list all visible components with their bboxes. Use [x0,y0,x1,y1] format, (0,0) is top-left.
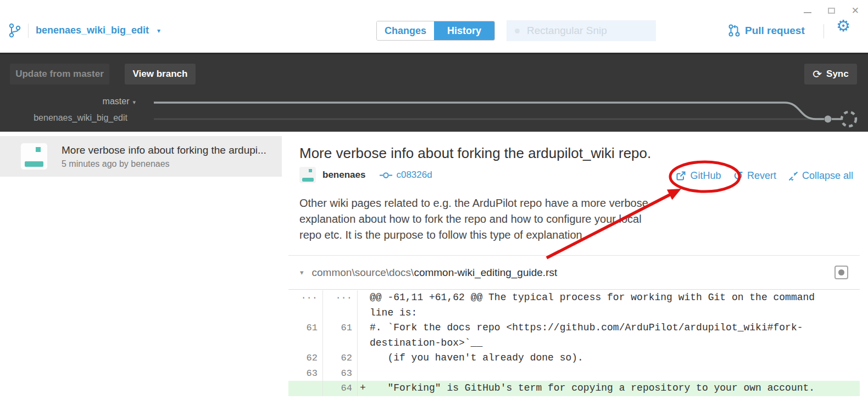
new-line-number: ··· [323,290,358,320]
branch-toolbar: Update from master View branch ⟳ Sync ma… [0,53,868,132]
revert-icon: ↺ [733,171,743,181]
snipping-tool-overlay: Rectangular Snip [507,20,656,41]
new-line-number: 61 [323,320,358,351]
commit-detail-pane: More verbose info about forking the ardu… [288,132,868,400]
diff-context-row: 61 61 #. `Fork the docs repo <https://gi… [288,320,860,351]
commit-actions: GitHub ↺ Revert Collapse a [676,170,853,182]
snip-overlay-label: Rectangular Snip [527,25,607,37]
collapse-icon [788,171,798,181]
view-branch-button[interactable]: View branch [125,64,196,84]
repo-name: benenaes_wiki_big_edit [36,25,149,36]
diff-line-text: (if you haven't already done so). [370,351,837,366]
content-area: More verbose info about forking the ardu… [0,132,868,400]
file-name: common-wiki_editing_guide.rst [414,267,557,278]
old-line-number: ··· [288,290,323,320]
diff-line-code: + "Forking" is GitHub's term for copying… [358,381,860,396]
branch-label-current: benenaes_wiki_big_edit [34,113,127,123]
avatar [21,143,47,170]
chevron-down-icon: ▾ [132,99,136,105]
description-line: repo etc. It is the purpose to follow th… [299,227,648,243]
collapse-all-button[interactable]: Collapse all [788,170,853,182]
diff-added-row: 64 + "Forking" is GitHub's term for copy… [288,381,860,396]
header-divider [28,24,29,38]
commit-meta-row: benenaes c08326d [299,167,432,183]
commit-icon [380,171,392,179]
old-line-number: 62 [288,351,323,366]
diff-line-code [358,366,860,381]
revert-button[interactable]: ↺ Revert [733,170,776,182]
header-divider [824,24,824,38]
commit-sha: c08326d [396,170,432,181]
repo-switcher[interactable]: benenaes_wiki_big_edit ▾ [9,23,160,38]
chevron-down-icon: ▾ [157,27,160,35]
description-line: explanation about how to fork the repo a… [299,211,648,227]
diff-hunk-row: ··· ··· @@ -61,11 +61,62 @@ The typical … [288,290,860,320]
maximize-icon[interactable] [828,8,835,14]
old-line-number: 61 [288,320,323,351]
pull-request-label: Pull request [745,25,805,37]
snip-dot-icon [515,29,520,33]
close-icon[interactable]: ✕ [852,6,859,15]
diff-line-code: #. `Fork the docs repo <https://github.c… [358,320,860,351]
file-path: common\source\docs\common-wiki_editing_g… [312,267,558,279]
new-line-number: 62 [323,351,358,366]
git-branch-icon [9,23,21,38]
sync-icon: ⟳ [813,67,822,81]
commit-item-meta: 5 minutes ago by benenaes [62,159,266,169]
github-link[interactable]: GitHub [676,170,721,182]
commit-sha-link[interactable]: c08326d [380,170,432,181]
minimize-icon[interactable] [804,12,811,13]
file-modified-icon [834,266,848,279]
file-header[interactable]: ▾ common\source\docs\common-wiki_editing… [288,256,860,289]
old-line-number: 63 [288,366,323,381]
commit-item-title: More verbose info about forking the ardu… [62,144,266,156]
diff-line-code: (if you haven't already done so). [358,351,860,366]
diff-view: ··· ··· @@ -61,11 +61,62 @@ The typical … [288,289,860,396]
title-bar: ✕ benenaes_wiki_big_edit ▾ Changes Histo… [0,0,868,53]
branch-graph [154,95,863,128]
diff-context-row: 63 63 [288,366,860,381]
diff-line-text: "Forking" is GitHub's term for copying a… [370,381,837,396]
sync-label: Sync [826,69,849,80]
pull-request-button[interactable]: Pull request [728,24,805,37]
collapse-all-label: Collapse all [802,170,853,182]
avatar [299,167,316,183]
gear-icon[interactable]: ⚙ [836,18,850,34]
branch-selector-master[interactable]: master▾ [103,97,136,106]
window-controls: ✕ [804,4,859,16]
tab-changes[interactable]: Changes [377,21,434,40]
new-line-number: 63 [323,366,358,381]
old-line-number [288,381,323,396]
commit-item-text: More verbose info about forking the ardu… [62,144,266,169]
pull-request-icon [728,24,740,37]
github-label: GitHub [690,170,721,182]
view-tabs: Changes History [376,21,495,41]
working-copy-ring-icon [842,112,856,126]
diff-context-row: 62 62 (if you haven't already done so). [288,351,860,366]
branch-line-master [154,103,824,119]
diff-line-text: @@ -61,11 +61,62 @@ The typical process … [370,290,837,320]
commit-title: More verbose info about forking the ardu… [299,145,651,162]
diff-sign: + [360,381,370,396]
external-link-icon [676,171,686,181]
commit-description: Other wiki pages related to e.g. the Ard… [299,195,648,243]
branch-label-master: master [103,97,130,106]
file-directory: common\source\docs\ [312,267,414,278]
update-from-master-button[interactable]: Update from master [10,64,109,84]
diff-line-text: #. `Fork the docs repo <https://github.c… [370,320,837,351]
description-line: Other wiki pages related to e.g. the Ard… [299,195,648,211]
sync-button[interactable]: ⟳ Sync [804,64,857,84]
app-window: ✕ benenaes_wiki_big_edit ▾ Changes Histo… [0,0,868,400]
tab-history[interactable]: History [434,21,494,40]
file-collapse-icon[interactable]: ▾ [300,268,304,277]
diff-line-code: @@ -61,11 +61,62 @@ The typical process … [358,290,860,320]
commit-author: benenaes [322,170,365,181]
new-line-number: 64 [323,381,358,396]
commit-dot [825,116,832,123]
commit-list-item[interactable]: More verbose info about forking the ardu… [0,136,282,177]
revert-label: Revert [747,170,776,182]
